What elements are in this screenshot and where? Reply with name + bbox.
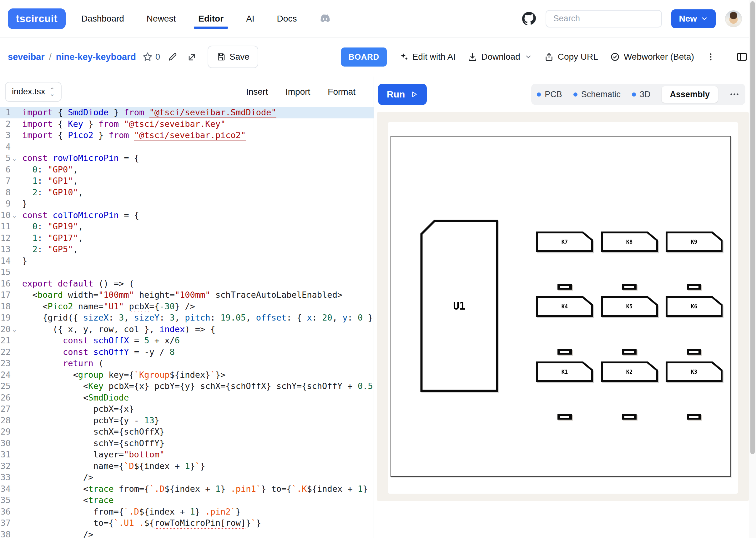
code-line[interactable]: 6 0: "GP0",	[0, 164, 374, 176]
tab-assembly-label: Assembly	[670, 90, 710, 99]
code-line[interactable]: 9}	[0, 198, 374, 210]
code-line[interactable]: 20⌄ ({ x, y, row, col }, index) => {	[0, 324, 374, 335]
fold-marker	[11, 278, 18, 290]
code-line[interactable]: 14}	[0, 255, 374, 267]
diode-component	[557, 414, 572, 420]
file-selector[interactable]: index.tsx ⌃⌄	[5, 82, 62, 102]
code-line[interactable]: 11 0: "GP19",	[0, 221, 374, 233]
code-line[interactable]: 38 />	[0, 529, 374, 538]
code-line[interactable]: 32 name={`D${index + 1}`}	[0, 460, 374, 472]
star-count: 0	[155, 52, 160, 62]
assembly-canvas[interactable]: U1 K7K8K9K4K5K6K1K2K3	[388, 122, 738, 494]
code-line[interactable]: 34 <trace from={`.D${index + 1} .pin1`} …	[0, 483, 374, 495]
code-line[interactable]: 21 const schOffX = 5 + x/6	[0, 335, 374, 347]
code-line[interactable]: 33 />	[0, 472, 374, 483]
copy-url-label: Copy URL	[558, 52, 598, 62]
fold-marker	[11, 392, 18, 404]
code-line[interactable]: 12 1: "GP17",	[0, 233, 374, 244]
key-component-k5: K5	[601, 296, 658, 317]
code-line[interactable]: 19 {grid({ sizeX: 3, sizeY: 3, pitch: 19…	[0, 312, 374, 324]
save-button[interactable]: Save	[207, 46, 258, 68]
github-icon[interactable]	[522, 12, 536, 26]
code-line[interactable]: 8 2: "GP10",	[0, 187, 374, 198]
code-text: 1: "GP17",	[18, 233, 374, 244]
panel-toggle-button[interactable]	[736, 52, 748, 62]
fold-marker[interactable]: ⌄	[11, 210, 18, 221]
menu-format[interactable]: Format	[328, 87, 356, 97]
fold-marker	[11, 449, 18, 460]
status-dot	[573, 92, 577, 96]
code-line[interactable]: 26 <SmdDiode	[0, 392, 374, 404]
code-line[interactable]: 3import { Pico2 } from "@tsci/seveibar.p…	[0, 130, 374, 141]
code-line[interactable]: 27 pcbX={x}	[0, 404, 374, 415]
key-label: K4	[536, 296, 593, 317]
scrollbar-thumb[interactable]	[750, 1, 755, 454]
code-line[interactable]: 4	[0, 141, 374, 153]
key-label: K3	[666, 361, 723, 382]
code-line[interactable]: 23 return (	[0, 358, 374, 369]
code-line[interactable]: 1import { SmdDiode } from "@tsci/seveiba…	[0, 107, 374, 118]
code-line[interactable]: 16export default () => (	[0, 278, 374, 290]
line-number: 34	[0, 483, 11, 495]
code-line[interactable]: 18 <Pico2 name="U1" pcbX={-30} />	[0, 301, 374, 312]
menu-insert[interactable]: Insert	[246, 87, 268, 97]
tab-3d[interactable]: 3D	[632, 90, 651, 99]
fold-marker[interactable]: ⌄	[11, 324, 18, 335]
tab-assembly[interactable]: Assembly	[662, 86, 718, 103]
line-number: 33	[0, 472, 11, 483]
code-line[interactable]: 35 <trace	[0, 495, 374, 506]
breadcrumb-owner[interactable]: seveibar	[8, 52, 45, 62]
tab-pcb[interactable]: PCB	[537, 90, 562, 99]
more-menu-button[interactable]	[706, 52, 715, 62]
breadcrumb-project[interactable]: nine-key-keyboard	[56, 52, 136, 62]
webworker-toggle[interactable]: Webworker (Beta)	[610, 52, 694, 62]
code-line[interactable]: 22 const schOffY = -y / 8	[0, 347, 374, 358]
assembly-canvas-background: U1 K7K8K9K4K5K6K1K2K3	[377, 112, 749, 501]
code-line[interactable]: 24 <group key={`Kgroup${index}`}>	[0, 369, 374, 381]
run-button[interactable]: Run	[378, 84, 427, 105]
open-in-new-button[interactable]	[187, 52, 198, 62]
new-button[interactable]: New	[671, 9, 716, 28]
code-line[interactable]: 30 schY={schOffY}	[0, 438, 374, 449]
page-scrollbar[interactable]	[749, 0, 756, 538]
code-line[interactable]: 37 to={`.U1 .${rowToMicroPin[row]}`}	[0, 517, 374, 529]
code-text: 1: "GP1",	[18, 175, 374, 187]
key-component-k2: K2	[601, 361, 658, 382]
rename-button[interactable]	[168, 52, 178, 62]
download-icon	[467, 52, 477, 62]
star-button[interactable]	[142, 52, 153, 62]
tab-schematic[interactable]: Schematic	[573, 90, 621, 99]
avatar[interactable]	[725, 10, 742, 27]
download-button[interactable]: Download	[467, 52, 532, 62]
tscircuit-logo[interactable]: tscircuit	[8, 8, 66, 29]
nav-item-docs[interactable]: Docs	[277, 14, 297, 24]
code-line[interactable]: 13 2: "GP5",	[0, 244, 374, 255]
code-line[interactable]: 15	[0, 266, 374, 278]
code-line[interactable]: 29 schX={schOffX}	[0, 426, 374, 438]
menu-import[interactable]: Import	[285, 87, 310, 97]
share-up-icon	[544, 52, 554, 62]
code-line[interactable]: 28 pcbY={y - 13}	[0, 415, 374, 426]
code-line[interactable]: 25 <Key pcbX={x} pcbY={y} schX={schOffX}…	[0, 381, 374, 392]
code-area[interactable]: 1import { SmdDiode } from "@tsci/seveiba…	[0, 107, 374, 538]
tabs-more-button[interactable]	[729, 89, 740, 100]
code-line[interactable]: 17 <board width="100mm" height="100mm" s…	[0, 289, 374, 301]
copy-url-button[interactable]: Copy URL	[544, 52, 598, 62]
code-line[interactable]: 5⌄const rowToMicroPin = {	[0, 152, 374, 164]
code-line[interactable]: 10⌄const colToMicroPin = {	[0, 210, 374, 221]
fold-marker	[11, 107, 18, 118]
nav-item-editor[interactable]: Editor	[198, 14, 223, 24]
code-line[interactable]: 2import { Key } from "@tsci/seveibar.Key…	[0, 118, 374, 130]
nav-item-dashboard[interactable]: Dashboard	[81, 14, 124, 24]
code-line[interactable]: 36 from={`.D${index + 1} .pin2`}	[0, 506, 374, 518]
fold-marker[interactable]: ⌄	[11, 152, 18, 164]
discord-icon[interactable]	[317, 12, 332, 26]
code-line[interactable]: 31 layer="bottom"	[0, 449, 374, 460]
nav-item-ai[interactable]: AI	[246, 14, 254, 24]
search-input[interactable]	[546, 10, 662, 27]
nav-item-newest[interactable]: Newest	[146, 14, 176, 24]
code-text: const schOffX = 5 + x/6	[18, 335, 374, 347]
edit-with-ai-button[interactable]: Edit with AI	[399, 52, 456, 62]
code-line[interactable]: 7 1: "GP1",	[0, 175, 374, 187]
project-toolbar: seveibar / nine-key-keyboard 0 Save BOAR…	[0, 38, 756, 76]
